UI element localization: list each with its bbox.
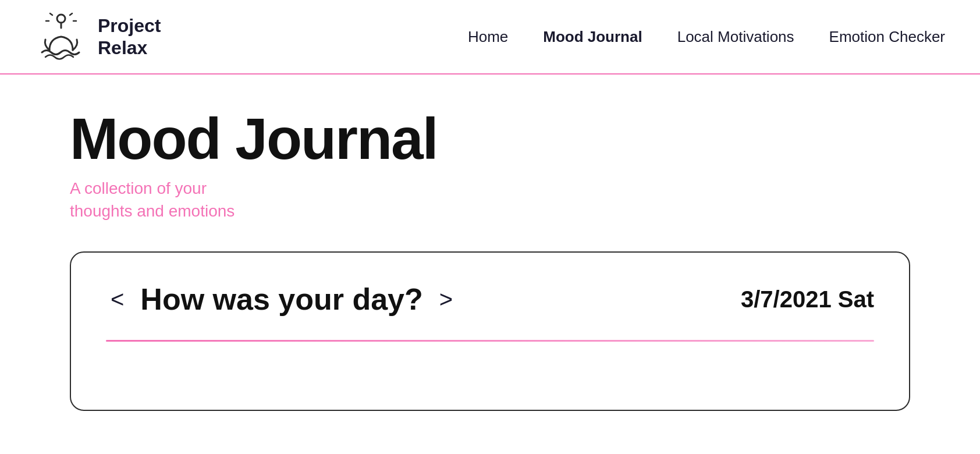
card-date: 3/7/2021 Sat xyxy=(741,286,874,313)
card-body xyxy=(106,340,874,386)
nav-mood-journal[interactable]: Mood Journal xyxy=(543,28,642,46)
page-title: Mood Journal xyxy=(70,109,910,168)
svg-point-0 xyxy=(57,15,65,23)
card-question-area: < How was your day? > xyxy=(106,282,457,317)
nav-local-motivations[interactable]: Local Motivations xyxy=(677,28,794,46)
prev-arrow[interactable]: < xyxy=(106,286,129,313)
svg-line-1 xyxy=(50,13,52,15)
card-question: How was your day? xyxy=(140,282,422,317)
nav-home[interactable]: Home xyxy=(468,28,508,46)
nav-emotion-checker[interactable]: Emotion Checker xyxy=(829,28,945,46)
svg-line-2 xyxy=(70,13,72,15)
next-arrow[interactable]: > xyxy=(435,286,457,313)
card-divider xyxy=(106,340,874,342)
main-nav: Home Mood Journal Local Motivations Emot… xyxy=(468,28,945,46)
card-header: < How was your day? > 3/7/2021 Sat xyxy=(106,282,874,317)
main-content: Mood Journal A collection of your though… xyxy=(0,75,980,434)
site-header: Project Relax Home Mood Journal Local Mo… xyxy=(0,0,980,75)
logo-text: Project Relax xyxy=(98,15,161,59)
logo-icon xyxy=(35,10,87,63)
logo-area: Project Relax xyxy=(35,10,161,63)
page-subtitle: A collection of your thoughts and emotio… xyxy=(70,177,910,222)
journal-card: < How was your day? > 3/7/2021 Sat xyxy=(70,251,910,411)
